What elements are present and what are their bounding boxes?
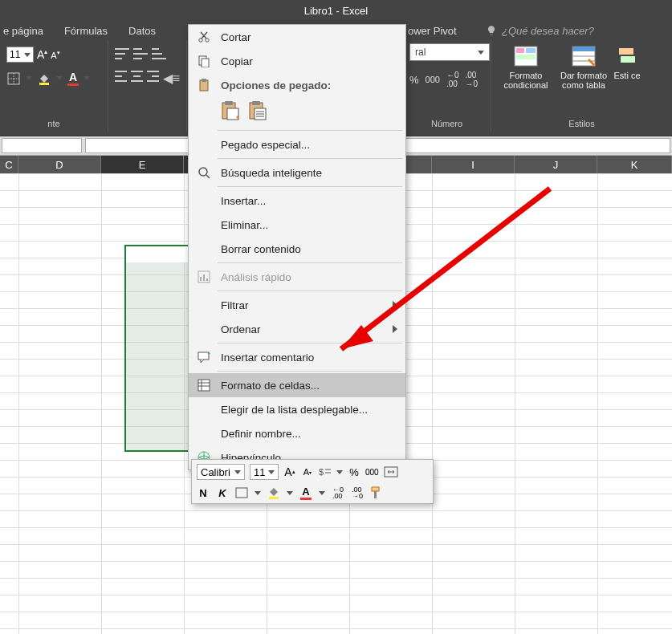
- tab-powerpivot[interactable]: ower Pivot: [408, 25, 457, 37]
- mini-decrease-font[interactable]: A▾: [301, 464, 314, 480]
- svg-rect-3: [39, 83, 49, 85]
- svg-rect-7: [516, 55, 536, 59]
- chevron-down-icon: [268, 470, 275, 474]
- mini-comma-button[interactable]: 000: [365, 464, 379, 480]
- menu-paste-special[interactable]: Pegado especial...: [189, 132, 405, 156]
- chevron-down-icon[interactable]: [26, 76, 32, 80]
- menu-pick-list-label: Elegir de la lista desplegable...: [221, 404, 368, 416]
- mini-decrease-decimal[interactable]: .00→0: [351, 485, 364, 501]
- menu-insert-comment[interactable]: + Insertar comentario: [189, 345, 405, 369]
- menu-copy[interactable]: Copiar: [189, 49, 405, 73]
- menu-insert[interactable]: Insertar...: [189, 189, 405, 213]
- format-as-table-button[interactable]: Dar formato como tabla: [556, 43, 612, 112]
- decrease-decimal-button[interactable]: .00→0: [465, 71, 478, 88]
- mini-percent-button[interactable]: %: [348, 464, 360, 480]
- mini-size-combo[interactable]: 11: [250, 464, 279, 480]
- borders-button[interactable]: [6, 71, 21, 86]
- mini-format-painter[interactable]: [370, 485, 383, 501]
- align-right-icon[interactable]: [147, 71, 159, 82]
- mini-borders-button[interactable]: [235, 485, 248, 501]
- copy-icon: [197, 54, 211, 68]
- decrease-font-icon[interactable]: A▾: [51, 50, 59, 60]
- name-box[interactable]: [2, 138, 82, 153]
- align-bottom-icon[interactable]: [152, 48, 166, 59]
- col-header[interactable]: K: [597, 156, 672, 173]
- mini-fill-color[interactable]: [267, 485, 280, 501]
- mini-merge-center[interactable]: [384, 464, 398, 480]
- svg-rect-54: [374, 491, 377, 498]
- chevron-down-icon: [24, 53, 31, 57]
- chevron-down-icon[interactable]: [255, 491, 261, 495]
- align-left-icon[interactable]: [115, 71, 127, 82]
- menu-insert-label: Insertar...: [221, 195, 266, 207]
- chevron-down-icon: [234, 470, 241, 474]
- font-size-combo[interactable]: 11: [6, 47, 34, 63]
- col-header-selected[interactable]: E: [101, 156, 184, 173]
- chevron-down-icon[interactable]: [83, 76, 90, 80]
- menu-clear-contents[interactable]: Borrar contenido: [189, 237, 405, 261]
- conditional-formatting-icon: [513, 45, 539, 67]
- menu-separator: [218, 371, 402, 372]
- format-as-table-icon: [571, 45, 597, 67]
- align-top-icon[interactable]: [115, 48, 129, 59]
- conditional-formatting-button[interactable]: Formato condicional: [498, 43, 554, 112]
- menu-quick-analysis-label: Análisis rápido: [221, 271, 291, 283]
- mini-italic-button[interactable]: K: [216, 485, 229, 501]
- group-label-align: [108, 116, 187, 132]
- number-format-combo[interactable]: ral: [409, 43, 490, 61]
- tab-data[interactable]: Datos: [128, 25, 156, 37]
- cell-styles-icon: [617, 45, 637, 67]
- col-header[interactable]: I: [432, 156, 515, 173]
- align-center-icon[interactable]: [131, 71, 143, 82]
- menu-pick-from-list[interactable]: Elegir de la lista desplegable...: [189, 397, 405, 421]
- mini-increase-decimal[interactable]: ←0.00: [332, 485, 344, 501]
- menu-separator: [218, 262, 402, 263]
- menu-sort[interactable]: Ordenar: [189, 317, 405, 341]
- font-color-button[interactable]: A: [67, 71, 79, 86]
- mini-font-color[interactable]: A: [299, 485, 312, 501]
- tab-page-layout[interactable]: e página: [3, 25, 43, 37]
- svg-rect-13: [621, 56, 635, 63]
- col-header[interactable]: D: [18, 156, 101, 173]
- svg-rect-12: [619, 48, 633, 55]
- increase-font-icon[interactable]: A▴: [37, 48, 47, 61]
- mini-increase-font[interactable]: A▴: [283, 464, 296, 480]
- paste-option-values[interactable]: [248, 100, 267, 124]
- menu-smart-lookup[interactable]: Búsqueda inteligente: [189, 161, 405, 185]
- menu-sort-label: Ordenar: [221, 323, 261, 335]
- align-middle-icon[interactable]: [133, 48, 148, 59]
- cell-styles-label: Esti ce: [613, 71, 640, 80]
- paste-options-row: [189, 97, 405, 128]
- col-header[interactable]: J: [515, 156, 597, 173]
- svg-rect-21: [202, 79, 206, 82]
- mini-font-combo[interactable]: Calibri: [197, 464, 245, 480]
- menu-separator: [218, 291, 402, 291]
- mini-bold-button[interactable]: N: [197, 485, 210, 501]
- chevron-down-icon[interactable]: [56, 76, 63, 80]
- mini-size-value: 11: [254, 466, 265, 478]
- svg-rect-52: [269, 497, 279, 499]
- menu-delete-label: Eliminar...: [221, 219, 268, 231]
- group-label-number: Número: [403, 116, 491, 132]
- menu-format-cells[interactable]: Formato de celdas...: [189, 373, 405, 397]
- fill-color-button[interactable]: [37, 71, 51, 86]
- menu-define-name[interactable]: Definir nombre...: [189, 421, 405, 445]
- svg-rect-36: [206, 278, 208, 281]
- paste-option-default[interactable]: [221, 100, 240, 124]
- col-header[interactable]: C: [0, 156, 18, 173]
- increase-decimal-button[interactable]: ←0.00: [446, 71, 459, 88]
- menu-delete[interactable]: Eliminar...: [189, 213, 405, 237]
- chevron-down-icon[interactable]: [336, 470, 343, 474]
- tab-formulas[interactable]: Fórmulas: [64, 25, 108, 37]
- decrease-indent-icon[interactable]: ◀≡: [163, 71, 180, 86]
- cell-styles-button[interactable]: Esti ce: [613, 43, 641, 112]
- menu-filter[interactable]: Filtrar: [189, 293, 405, 317]
- comma-style-button[interactable]: 000: [426, 75, 440, 84]
- mini-accounting-format[interactable]: $: [319, 464, 332, 480]
- tell-me-search[interactable]: ¿Qué desea hacer?: [486, 25, 594, 37]
- chevron-down-icon[interactable]: [319, 491, 325, 495]
- percent-style-button[interactable]: %: [409, 74, 419, 86]
- window-title: Libro1 - Excel: [304, 5, 368, 17]
- chevron-down-icon[interactable]: [287, 491, 293, 495]
- menu-cut[interactable]: Cortar: [189, 25, 405, 49]
